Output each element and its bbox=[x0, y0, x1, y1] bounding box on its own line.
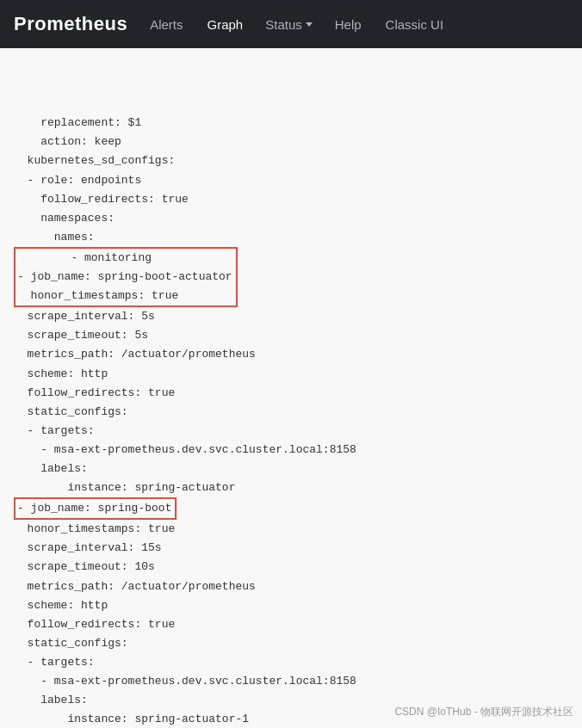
code-line: honor_timestamps: true bbox=[14, 520, 568, 539]
code-line: instance: spring-actuator bbox=[14, 478, 568, 497]
code-line: follow_redirects: true bbox=[14, 615, 568, 634]
nav-graph[interactable]: Graph bbox=[206, 14, 245, 35]
code-line: metrics_path: /actuator/prometheus bbox=[14, 577, 568, 596]
nav-status-dropdown[interactable]: Status bbox=[265, 17, 313, 32]
code-line: scheme: http bbox=[14, 596, 568, 615]
code-line: metrics_path: /actuator/prometheus bbox=[14, 345, 568, 364]
code-line: namespaces: bbox=[14, 209, 568, 228]
code-line: instance: spring-actuator-1 bbox=[14, 710, 568, 728]
code-line: - targets: bbox=[14, 653, 568, 672]
code-line: scrape_interval: 5s bbox=[14, 307, 568, 326]
code-line: - msa-ext-prometheus.dev.svc.cluster.loc… bbox=[14, 441, 568, 460]
code-line: static_configs: bbox=[14, 403, 568, 422]
code-line: scrape_timeout: 5s bbox=[14, 326, 568, 345]
code-line: kubernetes_sd_configs: bbox=[14, 151, 568, 170]
code-line: action: keep bbox=[14, 133, 568, 151]
code-line: follow_redirects: true bbox=[14, 384, 568, 403]
code-line: - msa-ext-prometheus.dev.svc.cluster.loc… bbox=[14, 672, 568, 691]
brand-title: Prometheus bbox=[14, 13, 127, 35]
code-line: scheme: http bbox=[14, 365, 568, 384]
code-line: static_configs: bbox=[14, 634, 568, 653]
nav-alerts[interactable]: Alerts bbox=[148, 14, 184, 35]
code-line: - role: endpoints bbox=[14, 171, 568, 190]
code-line: follow_redirects: true bbox=[14, 190, 568, 209]
code-line: scrape_timeout: 10s bbox=[14, 558, 568, 577]
navbar: Prometheus Alerts Graph Status Help Clas… bbox=[0, 0, 582, 48]
code-line: replacement: $1 bbox=[14, 114, 568, 133]
chevron-down-icon bbox=[306, 22, 313, 27]
code-line: labels: bbox=[14, 691, 568, 710]
code-line: names: bbox=[14, 228, 568, 247]
nav-help[interactable]: Help bbox=[333, 14, 363, 35]
config-code-block: replacement: $1 action: keep kubernetes_… bbox=[14, 57, 568, 728]
code-line: scrape_interval: 15s bbox=[14, 539, 568, 558]
nav-classic-ui[interactable]: Classic UI bbox=[384, 14, 446, 35]
nav-status-label: Status bbox=[265, 17, 302, 32]
highlighted-box-1: - monitoring- job_name: spring-boot-actu… bbox=[14, 247, 238, 307]
code-line: - targets: bbox=[14, 422, 568, 441]
main-content: replacement: $1 action: keep kubernetes_… bbox=[0, 48, 582, 728]
code-line: labels: bbox=[14, 460, 568, 478]
highlighted-box-2: - job_name: spring-boot bbox=[14, 497, 176, 520]
